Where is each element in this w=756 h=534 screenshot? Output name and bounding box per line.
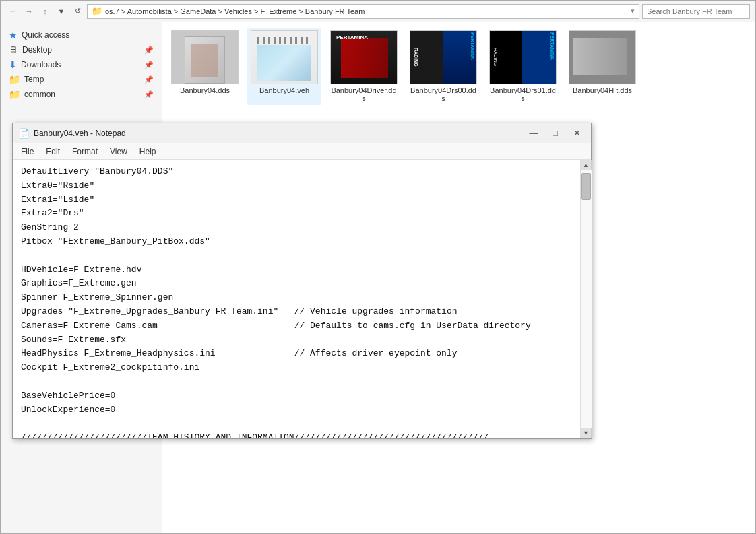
pin-icon: 📌 [144, 46, 154, 55]
sidebar-item-downloads[interactable]: ⬇ Downloads 📌 [1, 57, 162, 72]
maximize-button[interactable]: □ [546, 126, 564, 141]
notepad-content: DefaultLivery="Banbury04.DDS" Extra0="Rs… [13, 160, 591, 438]
sidebar-item-common[interactable]: 📁 common 📌 [1, 87, 162, 102]
menu-format[interactable]: Format [67, 145, 103, 158]
scroll-up-button[interactable]: ▲ [581, 160, 592, 170]
sidebar-item-quick-access[interactable]: ★ Quick access [1, 28, 162, 42]
sidebar-item-label: Desktop [22, 45, 52, 55]
file-name: Banbury04Driver.dds [329, 86, 398, 102]
list-item[interactable]: PERTAMINA RACING Banbury04Drs01.dds [486, 28, 560, 105]
pin-icon: 📌 [144, 61, 154, 69]
file-name: Banbury04.dds [180, 86, 230, 94]
quick-access-icon: ★ [9, 30, 18, 40]
menu-view[interactable]: View [104, 145, 133, 158]
forward-button[interactable]: → [22, 5, 36, 18]
explorer-titlebar: ← → ↑ ▼ ↺ 📁 os.7 > Automobilista > GameD… [1, 1, 755, 22]
notepad-menubar: File Edit Format View Help [13, 143, 591, 160]
back-button[interactable]: ← [6, 5, 20, 18]
text-editor[interactable]: DefaultLivery="Banbury04.DDS" Extra0="Rs… [13, 160, 580, 438]
sidebar-item-label: Quick access [22, 30, 69, 40]
list-item[interactable]: Banbury04.dds [168, 28, 242, 105]
desktop-icon: 🖥 [9, 44, 18, 55]
address-path: os.7 > Automobilista > GameData > Vehicl… [105, 7, 365, 15]
sidebar-item-desktop[interactable]: 🖥 Desktop 📌 [1, 42, 162, 57]
recent-button[interactable]: ▼ [55, 5, 68, 18]
file-name: Banbury04Drs01.dds [489, 86, 557, 102]
file-name: Banbury04Drs00.dds [409, 86, 478, 102]
address-bar[interactable]: 📁 os.7 > Automobilista > GameData > Vehi… [87, 4, 639, 19]
scroll-thumb[interactable] [581, 173, 591, 200]
sidebar-item-label: common [24, 90, 55, 99]
file-name: Banbury04H t.dds [573, 86, 632, 94]
pin-icon: 📌 [144, 90, 154, 99]
list-item[interactable]: PERTAMINA RACING Banbury04Drs00.dds [406, 28, 480, 105]
list-item[interactable]: PERTAMINA Banbury04Driver.dds [327, 28, 401, 105]
dropdown-arrow-icon: ▾ [631, 7, 635, 15]
notepad-icon: 📄 [18, 128, 30, 139]
folder-icon: 📁 [9, 74, 20, 85]
sidebar-item-label: Downloads [21, 60, 61, 69]
file-name: Banbury04.veh [259, 86, 309, 94]
scroll-down-button[interactable]: ▼ [581, 428, 592, 438]
notepad-title: Banbury04.veh - Notepad [34, 129, 521, 138]
notepad-window: 📄 Banbury04.veh - Notepad — □ ✕ File Edi… [12, 123, 592, 439]
sidebar-item-label: Temp [24, 75, 44, 84]
menu-file[interactable]: File [15, 145, 39, 158]
notepad-titlebar: 📄 Banbury04.veh - Notepad — □ ✕ [13, 123, 591, 143]
search-input[interactable] [642, 4, 750, 19]
pin-icon: 📌 [144, 75, 154, 84]
close-button[interactable]: ✕ [568, 126, 586, 141]
refresh-button[interactable]: ↺ [71, 5, 84, 18]
up-button[interactable]: ↑ [38, 5, 52, 18]
menu-help[interactable]: Help [134, 145, 162, 158]
folder-icon: 📁 [9, 89, 20, 100]
scroll-track[interactable] [581, 170, 592, 428]
downloads-icon: ⬇ [9, 59, 17, 70]
menu-edit[interactable]: Edit [40, 145, 65, 158]
folder-icon: 📁 [92, 6, 102, 16]
sidebar-item-temp[interactable]: 📁 Temp 📌 [1, 72, 162, 87]
list-item[interactable]: Banbury04.veh [247, 28, 321, 105]
list-item[interactable]: Banbury04H t.dds [565, 28, 639, 105]
scrollbar-vertical[interactable]: ▲ ▼ [580, 160, 591, 438]
minimize-button[interactable]: — [525, 126, 542, 141]
